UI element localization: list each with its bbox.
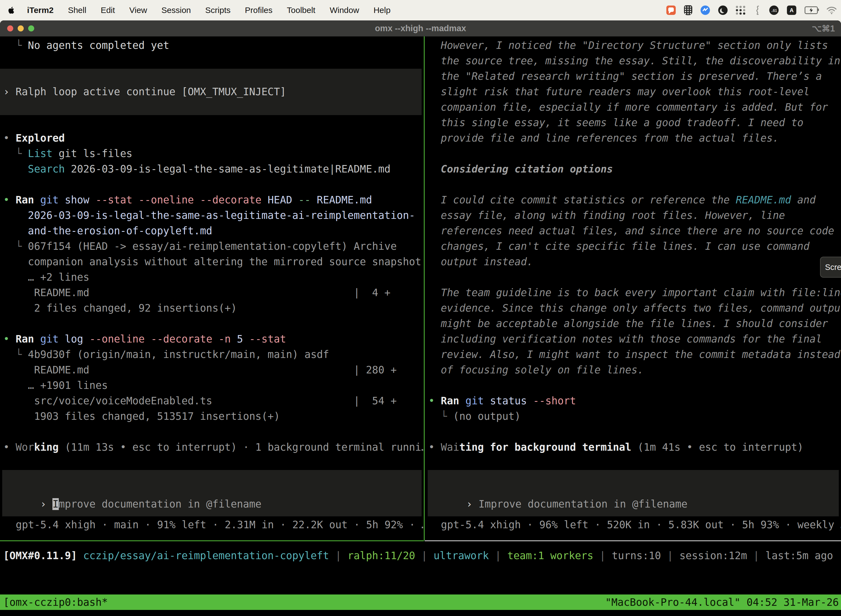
terminal-line: src/voice/voiceModeEnabled.ts | 54 +	[0, 393, 424, 409]
menu-item-toolbelt[interactable]: Toolbelt	[287, 6, 315, 15]
right-pane-bottom-border	[425, 540, 841, 541]
right-prompt-chevron: ›	[466, 498, 479, 510]
terminal-line	[0, 69, 422, 84]
terminal-line: 2 files changed, 92 insertions(+)	[0, 301, 424, 316]
terminal-line: essay file, along with finding root file…	[425, 208, 841, 223]
left-prompt-input[interactable]: › Improve documentation in @filename	[2, 470, 422, 516]
terminal-line: • Explored	[0, 131, 424, 146]
terminal-line	[425, 424, 841, 440]
omx-status-segment: session:12m	[679, 550, 747, 562]
omx-status-segment: ultrawork	[434, 550, 489, 562]
window-title: omx --xhigh --madmax	[0, 23, 841, 34]
terminal-line	[0, 424, 424, 440]
terminal-line: evidence. Since this change only affects…	[425, 301, 841, 316]
terminal-line	[425, 146, 841, 161]
left-terminal-pane[interactable]: └ No agents completed yet› Ralph loop ac…	[0, 37, 424, 503]
omx-status-segment: |	[329, 550, 348, 562]
terminal-line	[0, 100, 422, 115]
terminal-line: Search 2026-03-09-is-legal-the-same-as-l…	[0, 161, 424, 177]
terminal-line: └ 4b9d30f (origin/main, instructkr/main,…	[0, 347, 424, 362]
terminal-line: • Working (11m 13s • esc to interrupt) ·…	[0, 440, 424, 455]
terminal-line: companion analysis without altering the …	[0, 254, 424, 270]
terminal-line: review. Also, I might want to inspect th…	[425, 347, 841, 362]
terminal-line: the source tree, missing the essay. Stil…	[425, 53, 841, 69]
left-prompt-chevron: ›	[40, 498, 53, 510]
terminal-line: • Waiting for background terminal (1m 41…	[425, 440, 841, 455]
menu-item-iterm2[interactable]: iTerm2	[27, 6, 54, 15]
terminal-line: the "Related research writing" section i…	[425, 69, 841, 84]
left-pane-bottom-border	[0, 540, 424, 541]
terminal-content: └ No agents completed yet› Ralph loop ac…	[0, 37, 841, 616]
terminal-line	[0, 115, 424, 131]
title-bar[interactable]: omx --xhigh --madmax ⌥⌘1	[0, 21, 841, 37]
menu-item-view[interactable]: View	[129, 6, 147, 15]
battery-icon[interactable]	[804, 6, 818, 14]
right-prompt-input[interactable]: › Improve documentation in @filename	[428, 470, 839, 516]
terminal-line	[425, 378, 841, 393]
terminal-line: 1903 files changed, 513517 insertions(+)	[0, 409, 424, 424]
keypad-icon[interactable]	[684, 5, 692, 15]
menu-item-edit[interactable]: Edit	[101, 6, 115, 15]
apple-menu-icon[interactable]	[8, 6, 19, 14]
iterm-window: omx --xhigh --madmax ⌥⌘1 └ No agents com…	[0, 21, 841, 616]
terminal-line: … +1901 lines	[0, 378, 424, 393]
terminal-line: output instead.	[425, 254, 841, 270]
terminal-line: and-the-erosion-of-copyleft.md	[0, 223, 424, 239]
scribble-icon[interactable]	[754, 5, 761, 15]
terminal-line: I could cite commit statistics or refere…	[425, 192, 841, 208]
terminal-line	[0, 316, 424, 331]
terminal-line: └ (no output)	[425, 409, 841, 424]
menu-item-window[interactable]: Window	[330, 6, 359, 15]
menu-item-session[interactable]: Session	[161, 6, 191, 15]
terminal-line: might be acceptable alongside the file l…	[425, 316, 841, 331]
terminal-line: references need actual files, and since …	[425, 223, 841, 239]
omx-status-segment: turns:10	[612, 550, 661, 562]
terminal-line: • Ran git show --stat --oneline --decora…	[0, 192, 424, 208]
terminal-line: including verification notes with those …	[425, 331, 841, 347]
terminal-line	[425, 177, 841, 192]
counter-badge-icon[interactable]: ..61	[769, 6, 779, 15]
omx-status-segment: team:1 workers	[507, 550, 593, 562]
menu-items: iTerm2ShellEditViewSessionScriptsProfile…	[27, 6, 390, 15]
right-input-text: Improve documentation in @filename	[478, 498, 687, 510]
terminal-line: … +2 lines	[0, 270, 424, 285]
record-icon[interactable]	[666, 6, 676, 15]
omx-status-segment: |	[415, 550, 434, 562]
omx-status-segment: cczip/essay/ai-reimplementation-copyleft	[77, 550, 329, 562]
omx-status-segment: ralph:11/20	[347, 550, 415, 562]
terminal-line: README.md | 280 +	[0, 362, 424, 378]
input-source-icon[interactable]: A	[787, 6, 796, 15]
screen-overlay-button[interactable]: Scre	[820, 257, 841, 278]
terminal-line: slight risk that future readers may over…	[425, 84, 841, 100]
terminal-line: of focusing solely on file lines.	[425, 362, 841, 378]
tmux-session-label: [omx-cczip0:bash*	[0, 596, 108, 608]
wifi-icon[interactable]	[826, 6, 837, 14]
omx-status-line: [OMX#0.11.9] cczip/essay/ai-reimplementa…	[3, 548, 833, 563]
menu-status-icons: ..61 A	[666, 5, 841, 15]
menu-item-shell[interactable]: Shell	[68, 6, 86, 15]
left-input-text: mprove documentation in @filename	[59, 498, 262, 510]
terminal-line	[0, 53, 424, 69]
terminal-line: Considering citation options	[425, 161, 841, 177]
terminal-line: └ 067f154 (HEAD -> essay/ai-reimplementa…	[0, 239, 424, 254]
terminal-line: However, I noticed the "Directory Struct…	[425, 38, 841, 53]
terminal-line: provide file and line references from th…	[425, 131, 841, 146]
dots-grid-icon[interactable]	[736, 6, 746, 15]
terminal-line: └ List git ls-files	[0, 146, 424, 161]
left-model-status: gpt-5.4 xhigh · main · 91% left · 2.31M …	[16, 517, 424, 532]
right-terminal-pane[interactable]: However, I noticed the "Directory Struct…	[425, 37, 841, 503]
menu-item-scripts[interactable]: Scripts	[205, 6, 231, 15]
terminal-line: • Ran git status --short	[425, 393, 841, 409]
blue-badge-icon[interactable]	[700, 6, 710, 15]
omx-status-segment: |	[747, 550, 765, 562]
terminal-line: changes, I can't cite specific file line…	[425, 239, 841, 254]
menu-item-help[interactable]: Help	[374, 6, 391, 15]
omx-status-segment: last:5m ago	[765, 550, 833, 562]
menu-bar: iTerm2ShellEditViewSessionScriptsProfile…	[0, 0, 841, 21]
moon-icon[interactable]	[718, 6, 728, 15]
menu-item-profiles[interactable]: Profiles	[245, 6, 273, 15]
left-input-cursor: I	[53, 498, 59, 510]
omx-status-segment: |	[489, 550, 507, 562]
terminal-line: README.md | 4 +	[0, 285, 424, 301]
terminal-line	[0, 177, 424, 192]
